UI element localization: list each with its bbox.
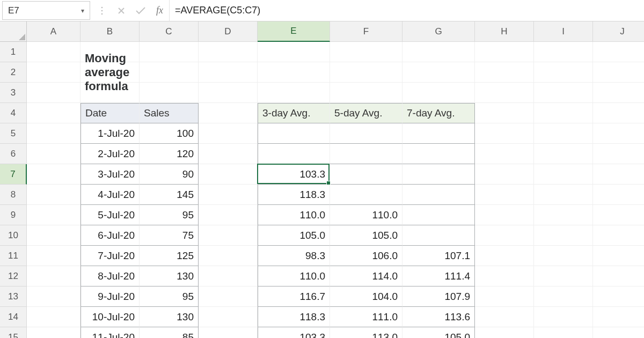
- cell-F3[interactable]: [330, 83, 402, 103]
- cell-I15[interactable]: [534, 327, 593, 338]
- sales-value[interactable]: 145: [140, 185, 199, 205]
- avg7-value[interactable]: [402, 164, 475, 185]
- cell-D5[interactable]: [199, 123, 258, 144]
- cell-D8[interactable]: [199, 185, 258, 205]
- cell-H11[interactable]: [475, 246, 534, 266]
- col-header-F[interactable]: F: [330, 21, 402, 42]
- col-header-H[interactable]: H: [475, 21, 534, 42]
- row-header-1[interactable]: 1: [0, 42, 27, 62]
- row-header-5[interactable]: 5: [0, 123, 27, 144]
- avg3-value[interactable]: 110.0: [258, 205, 330, 225]
- sales-value[interactable]: 75: [140, 225, 199, 246]
- date-value[interactable]: 8-Jul-20: [80, 266, 140, 286]
- cell-D14[interactable]: [199, 307, 258, 327]
- cell-A8[interactable]: [27, 185, 80, 205]
- cell-J14[interactable]: [593, 307, 644, 327]
- date-value[interactable]: 6-Jul-20: [80, 225, 140, 246]
- cell-A10[interactable]: [27, 225, 80, 246]
- avg3-value[interactable]: 118.3: [258, 185, 330, 205]
- cell-H2[interactable]: [475, 62, 534, 83]
- avg7-value[interactable]: 111.4: [402, 266, 475, 286]
- row-header-13[interactable]: 13: [0, 286, 27, 307]
- cell-I13[interactable]: [534, 286, 593, 307]
- avg7-value[interactable]: [402, 205, 475, 225]
- sales-value[interactable]: 100: [140, 123, 199, 144]
- avg5-value[interactable]: 105.0: [330, 225, 402, 246]
- cell-A12[interactable]: [27, 266, 80, 286]
- avg7-value[interactable]: [402, 225, 475, 246]
- cell-D12[interactable]: [199, 266, 258, 286]
- row-header-10[interactable]: 10: [0, 225, 27, 246]
- sales-value[interactable]: 85: [140, 327, 199, 338]
- cell-H5[interactable]: [475, 123, 534, 144]
- avg5-value[interactable]: 111.0: [330, 307, 402, 327]
- cell-E3[interactable]: [258, 83, 330, 103]
- cell-I5[interactable]: [534, 123, 593, 144]
- cell-I1[interactable]: [534, 42, 593, 62]
- cell-A6[interactable]: [27, 144, 80, 164]
- cell-A14[interactable]: [27, 307, 80, 327]
- avg3-value[interactable]: [258, 123, 330, 144]
- cell-D7[interactable]: [199, 164, 258, 185]
- col-header-J[interactable]: J: [593, 21, 644, 42]
- cell-I3[interactable]: [534, 83, 593, 103]
- cell-H1[interactable]: [475, 42, 534, 62]
- col-header-G[interactable]: G: [402, 21, 475, 42]
- cell-I9[interactable]: [534, 205, 593, 225]
- cell-J3[interactable]: [593, 83, 644, 103]
- row-header-6[interactable]: 6: [0, 144, 27, 164]
- cell-A4[interactable]: [27, 103, 80, 123]
- cell-D13[interactable]: [199, 286, 258, 307]
- cell-F2[interactable]: [330, 62, 402, 83]
- cell-D2[interactable]: [199, 62, 258, 83]
- avg5-value[interactable]: [330, 123, 402, 144]
- cell-F1[interactable]: [330, 42, 402, 62]
- avg7-value[interactable]: 113.6: [402, 307, 475, 327]
- cell-A7[interactable]: [27, 164, 80, 185]
- avg7-value[interactable]: 107.9: [402, 286, 475, 307]
- row-header-15[interactable]: 15: [0, 327, 27, 338]
- cell-A13[interactable]: [27, 286, 80, 307]
- avg7-value[interactable]: [402, 144, 475, 164]
- cell-B3[interactable]: [80, 83, 140, 103]
- cell-H15[interactable]: [475, 327, 534, 338]
- avg3-value[interactable]: 103.3: [258, 327, 330, 338]
- cell-J6[interactable]: [593, 144, 644, 164]
- cell-H3[interactable]: [475, 83, 534, 103]
- cell-D9[interactable]: [199, 205, 258, 225]
- sales-value[interactable]: 90: [140, 164, 199, 185]
- cell-D10[interactable]: [199, 225, 258, 246]
- row-header-7[interactable]: 7: [0, 164, 27, 185]
- avg5-value[interactable]: 104.0: [330, 286, 402, 307]
- col-header-I[interactable]: I: [534, 21, 593, 42]
- cell-A1[interactable]: [27, 42, 80, 62]
- cell-I8[interactable]: [534, 185, 593, 205]
- avg3-value[interactable]: 105.0: [258, 225, 330, 246]
- avg7-value[interactable]: 105.0: [402, 327, 475, 338]
- cell-A15[interactable]: [27, 327, 80, 338]
- cell-A9[interactable]: [27, 205, 80, 225]
- avg5-value[interactable]: 106.0: [330, 246, 402, 266]
- cell-I14[interactable]: [534, 307, 593, 327]
- avg5-value[interactable]: [330, 164, 402, 185]
- row-header-14[interactable]: 14: [0, 307, 27, 327]
- cell-G2[interactable]: [402, 62, 475, 83]
- date-value[interactable]: 10-Jul-20: [80, 307, 140, 327]
- col-header-A[interactable]: A: [27, 21, 80, 42]
- cell-G1[interactable]: [402, 42, 475, 62]
- cell-I4[interactable]: [534, 103, 593, 123]
- cell-D4[interactable]: [199, 103, 258, 123]
- col-header-B[interactable]: B: [80, 21, 140, 42]
- cell-J9[interactable]: [593, 205, 644, 225]
- name-box-dropdown-icon[interactable]: ▾: [76, 7, 90, 14]
- row-header-8[interactable]: 8: [0, 185, 27, 205]
- avg7-value[interactable]: [402, 185, 475, 205]
- cell-H7[interactable]: [475, 164, 534, 185]
- avg5-value[interactable]: [330, 185, 402, 205]
- cell-G3[interactable]: [402, 83, 475, 103]
- cell-J13[interactable]: [593, 286, 644, 307]
- formula-bar-input[interactable]: =AVERAGE(C5:C7): [170, 0, 644, 21]
- avg7-value[interactable]: 107.1: [402, 246, 475, 266]
- cell-H12[interactable]: [475, 266, 534, 286]
- row-header-4[interactable]: 4: [0, 103, 27, 123]
